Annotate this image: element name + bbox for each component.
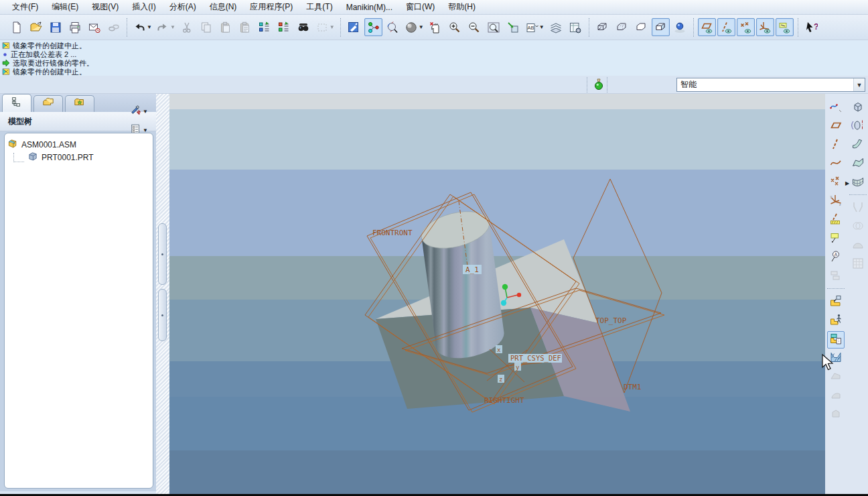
find-button[interactable] [295, 18, 313, 36]
datum-plane-tool-button[interactable] [827, 118, 845, 135]
part-icon [27, 151, 38, 164]
datum-axis-tool-button[interactable] [827, 137, 845, 154]
model-tree-item-ASM0001.ASM[interactable]: ASM0001.ASM [7, 138, 150, 151]
sweep-tool-button[interactable] [849, 137, 867, 154]
menu-item-5[interactable]: 分析(A) [163, 0, 203, 14]
tab-folder-browser[interactable] [33, 95, 63, 112]
zoom-in-button[interactable] [446, 18, 464, 36]
label-csys[interactable]: PRT_CSYS_DEF [510, 354, 561, 363]
context-help-button[interactable]: ? [802, 18, 820, 36]
new-file-button[interactable] [7, 18, 25, 36]
chevron-down-icon[interactable]: ▼ [170, 25, 175, 30]
menu-item-6[interactable]: 信息(N) [203, 0, 244, 14]
tab-favorites[interactable] [65, 95, 94, 112]
mail-model-button[interactable] [85, 18, 103, 36]
spin-center-red-dot [517, 293, 521, 297]
splitter-handle[interactable] [158, 223, 167, 285]
menu-item-2[interactable]: 编辑(E) [45, 0, 85, 14]
note-tool-button[interactable] [827, 231, 845, 248]
datum-point-toggle-icon [739, 21, 752, 34]
refit-button[interactable] [485, 18, 503, 36]
navigator-splitter[interactable] [156, 94, 169, 494]
datum-curve-tool-button[interactable] [827, 156, 845, 173]
extrude-tool-button[interactable] [849, 99, 867, 117]
shaded-button[interactable] [652, 18, 670, 36]
datum-plane-toggle-button[interactable] [698, 18, 716, 36]
regenerate-button[interactable] [256, 18, 274, 36]
annotation-toggle-button[interactable] [776, 18, 794, 36]
save-file-button[interactable] [46, 18, 64, 36]
shaded-style-button[interactable]: ▼ [403, 18, 425, 36]
save-file-icon [49, 21, 62, 34]
reorient-button[interactable] [504, 18, 522, 36]
label-dtm1[interactable]: DTM1 [624, 383, 642, 391]
revolve-tool-button[interactable] [849, 118, 867, 135]
menu-item-7[interactable]: 应用程序(P) [243, 0, 299, 14]
undo-button[interactable]: ▼ [131, 18, 153, 36]
label-right[interactable]: RIGHTIGHT [484, 396, 524, 405]
menu-item-9[interactable]: Manikin(M)... [340, 1, 399, 13]
menu-item-10[interactable]: 窗口(W) [399, 0, 441, 14]
assemble-component-button[interactable] [827, 294, 845, 311]
redo-icon [156, 21, 169, 34]
splitter-handle[interactable] [158, 289, 167, 341]
selection-filter-dropdown[interactable]: 智能 ▼ [676, 78, 865, 92]
blend-tool-button[interactable] [849, 156, 867, 173]
model-tree-item-PRT0001.PRT[interactable]: PRT0001.PRT [7, 151, 150, 164]
wireframe-button[interactable] [593, 18, 611, 36]
tab-model-tree[interactable] [2, 94, 31, 112]
send-link-icon [107, 21, 121, 34]
svg-text:A: A [835, 252, 838, 257]
label-front[interactable]: FRONTRONT [372, 229, 413, 237]
select-set-icon [315, 21, 329, 34]
no-hidden-button[interactable] [632, 18, 650, 36]
toolbar-separator [798, 18, 798, 37]
chevron-down-icon[interactable]: ▼ [853, 78, 865, 91]
orient-mode-button[interactable] [384, 18, 402, 36]
datum-point-tool-button[interactable] [827, 174, 845, 192]
view-manager-button[interactable] [567, 18, 585, 36]
menu-item-8[interactable]: 工具(T) [299, 0, 339, 14]
layers-button[interactable] [547, 18, 565, 36]
menu-item-4[interactable]: 插入(I) [125, 0, 162, 14]
insert-feature-3-button [827, 406, 845, 424]
open-file-button[interactable] [27, 18, 45, 36]
menu-item-11[interactable]: 帮助(H) [441, 0, 482, 14]
model-canvas[interactable]: FRONTRONT TOP_TOP RIGHTIGHT DTM1 A_1 PRT… [169, 94, 825, 494]
datum-csys-toggle-button[interactable] [756, 18, 774, 36]
chevron-down-icon[interactable]: ▼ [539, 25, 545, 30]
shaded-reflect-button[interactable] [671, 18, 689, 36]
tree-settings-button[interactable]: ▼ [127, 103, 151, 121]
assembly-icon [7, 138, 18, 151]
sketch-tool-button[interactable] [827, 99, 845, 117]
label-axis-a1[interactable]: A_1 [465, 265, 479, 274]
datum-csys-tool-button[interactable]: yz [827, 193, 845, 210]
paste-special-icon [238, 21, 252, 34]
dome-tool-icon [851, 238, 865, 254]
assemble-manikin-button[interactable] [827, 312, 845, 330]
boundary-blend-tool-button[interactable] [849, 174, 867, 192]
regenerate-manager-button[interactable] [275, 18, 293, 36]
saved-views-button[interactable]: AB▼ [524, 18, 546, 36]
datum-point-toggle-button[interactable] [737, 18, 755, 36]
menu-item-3[interactable]: 视图(V) [85, 0, 125, 14]
repaint-button[interactable] [345, 18, 363, 36]
sketched-curve-tool-button[interactable] [827, 212, 845, 229]
graphics-viewport[interactable]: FRONTRONT TOP_TOP RIGHTIGHT DTM1 A_1 PRT… [169, 94, 825, 494]
chevron-down-icon[interactable]: ▼ [330, 25, 335, 30]
chevron-down-icon[interactable]: ▼ [419, 25, 424, 30]
regenerate-icon [258, 21, 271, 34]
menu-item-1[interactable]: 文件(F) [5, 0, 45, 14]
selection-filter-value: 智能 [677, 79, 853, 90]
label-top[interactable]: TOP_TOP [595, 316, 627, 325]
mirror-component-button[interactable] [827, 331, 845, 349]
hidden-line-button[interactable] [613, 18, 631, 36]
chevron-down-icon[interactable]: ▼ [147, 25, 152, 30]
spin-center-button[interactable] [364, 18, 382, 36]
zoom-out-button[interactable] [465, 18, 484, 36]
datum-csys-tool-icon: yz [829, 194, 843, 210]
balloon-note-tool-button[interactable]: A [827, 249, 845, 267]
print-button[interactable] [66, 18, 84, 36]
pan-zoom-button[interactable] [427, 18, 445, 36]
datum-axis-toggle-button[interactable] [717, 18, 735, 36]
